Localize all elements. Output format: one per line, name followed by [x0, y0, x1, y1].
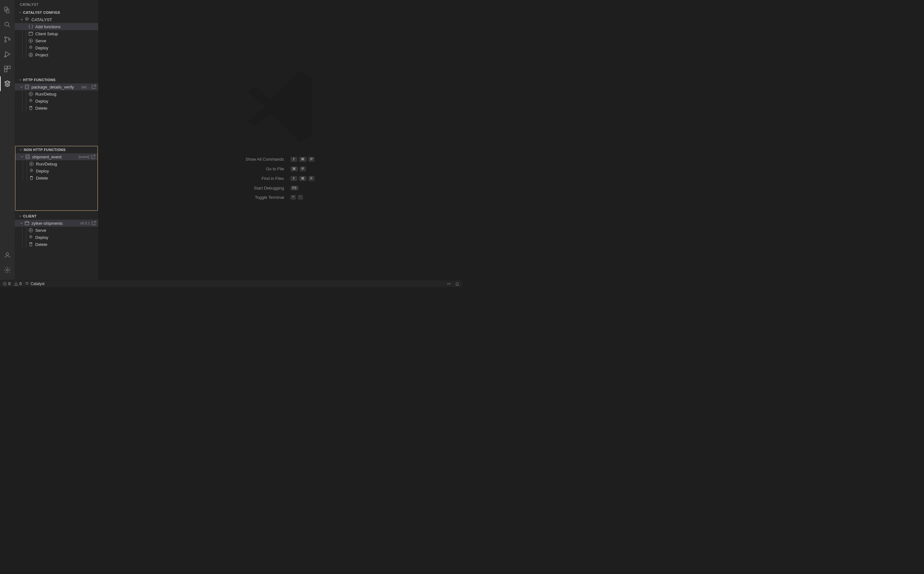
tree-label: Deploy [36, 169, 96, 173]
tree-label: Delete [35, 106, 96, 110]
tree-item-deploy[interactable]: Deploy [15, 98, 98, 104]
tree-item-deploy[interactable]: Deploy [15, 234, 98, 241]
settings-gear-icon[interactable] [0, 263, 15, 278]
status-errors[interactable]: 0 [3, 282, 11, 286]
status-warnings-count: 0 [20, 282, 22, 286]
status-catalyst[interactable]: Catalyst [25, 282, 44, 286]
sidebar: CATALYST CATALYST CONFIGS CATALYST [15, 0, 98, 280]
open-file-icon[interactable] [90, 154, 96, 159]
window-icon [28, 31, 33, 36]
stack-icon [25, 282, 29, 286]
error-icon [3, 282, 7, 286]
status-errors-count: 0 [8, 282, 11, 286]
tree-item-client-setup[interactable]: Client Setup [15, 30, 98, 37]
chevron-down-icon [19, 17, 24, 22]
tree-item-delete[interactable]: Delete [16, 175, 98, 181]
panel-title: CATALYST CONFIGS [23, 11, 60, 14]
status-bar: 0 0 Catalyst [0, 280, 462, 287]
tree-root-catalyst[interactable]: CATALYST [15, 16, 98, 23]
broadcast-icon [447, 282, 451, 286]
tree-label: Serve [35, 228, 96, 233]
tree-root-zylker[interactable]: zylker-shipments v0.0.1 [15, 220, 98, 227]
vscode-watermark-icon [235, 62, 325, 153]
tree-label: Serve [35, 38, 96, 43]
tree-item-project[interactable]: Project [15, 51, 98, 58]
tree-meta: [ad… [82, 85, 90, 89]
svg-rect-31 [25, 222, 29, 225]
sidebar-title: CATALYST [15, 0, 98, 9]
svg-point-13 [6, 269, 8, 271]
status-catalyst-label: Catalyst [30, 282, 44, 286]
svg-point-22 [29, 92, 33, 96]
braces-icon [28, 24, 33, 29]
svg-rect-11 [5, 69, 7, 72]
tree-label: package_details_verify [32, 85, 80, 90]
panel-header-http[interactable]: HTTP FUNCTIONS [15, 76, 98, 84]
panel-non-http-functions: NON HTTP FUNCTIONS shipment_event [event… [15, 146, 98, 211]
svg-marker-34 [30, 229, 32, 231]
shortcut-keys: F5 [291, 186, 314, 191]
braces-file-icon [25, 154, 30, 159]
svg-rect-14 [29, 32, 33, 36]
explorer-icon[interactable] [0, 3, 15, 17]
tree-label: shipment_event [32, 155, 77, 159]
svg-line-3 [8, 26, 10, 27]
svg-marker-28 [31, 163, 32, 164]
svg-rect-21 [25, 85, 29, 89]
shortcut-keys: ⇧⌘F [291, 176, 314, 181]
panel-title: HTTP FUNCTIONS [23, 78, 55, 82]
shortcut-label: Show All Commands [245, 157, 284, 162]
svg-point-24 [30, 100, 31, 101]
catalyst-ext-icon[interactable] [0, 76, 15, 91]
run-debug-icon[interactable] [0, 47, 15, 62]
status-warnings[interactable]: 0 [14, 282, 22, 286]
search-icon[interactable] [0, 17, 15, 32]
shortcuts-list: Show All Commands ⇧⌘P Go to File ⌘P Find… [245, 157, 314, 200]
extensions-icon[interactable] [0, 62, 15, 76]
status-feedback[interactable] [447, 282, 451, 286]
tree-item-delete[interactable]: Delete [15, 241, 98, 248]
tree-item-serve[interactable]: Serve [15, 37, 98, 44]
tree-item-delete[interactable]: Delete [15, 104, 98, 112]
tree-item-deploy[interactable]: Deploy [16, 167, 98, 175]
shortcut-keys: ⌘P [291, 166, 314, 172]
panel-header-nonhttp[interactable]: NON HTTP FUNCTIONS [16, 146, 98, 153]
tree-item-run-debug[interactable]: Run/Debug [15, 90, 98, 98]
svg-point-12 [6, 253, 9, 255]
svg-rect-36 [30, 243, 32, 246]
svg-marker-23 [30, 93, 32, 95]
tree-label: Deploy [35, 99, 96, 104]
panel-client: CLIENT zylker-shipments v0.0.1 Serve [15, 213, 98, 248]
tree-item-deploy[interactable]: Deploy [15, 44, 98, 51]
panel-header-client[interactable]: CLIENT [15, 213, 98, 220]
open-file-icon[interactable] [91, 221, 96, 226]
stack-icon [24, 17, 30, 22]
tree-root-shipment-event[interactable]: shipment_event [event] [16, 153, 98, 160]
open-file-icon[interactable] [91, 84, 96, 90]
tree-item-add-functions[interactable]: Add functions [15, 23, 98, 30]
tree-label: Add functions [35, 24, 96, 29]
trash-icon [28, 106, 33, 110]
svg-point-4 [5, 37, 6, 38]
trash-icon [28, 242, 33, 247]
svg-point-41 [16, 285, 16, 285]
panel-catalyst-configs: CATALYST CONFIGS CATALYST Add functions [15, 9, 98, 76]
source-control-icon[interactable] [0, 32, 15, 47]
chevron-down-icon [18, 10, 22, 15]
svg-marker-17 [30, 40, 32, 41]
svg-point-20 [30, 54, 32, 55]
shortcut-keys: ^` [291, 195, 314, 200]
tree-item-run-debug[interactable]: Run/Debug [16, 160, 98, 167]
tree-item-serve[interactable]: Serve [15, 227, 98, 234]
svg-rect-26 [26, 155, 30, 159]
window-icon [24, 221, 30, 226]
status-notifications[interactable] [455, 282, 460, 286]
tree-root-package-details[interactable]: package_details_verify [ad… [15, 84, 98, 90]
panel-header-configs[interactable]: CATALYST CONFIGS [15, 9, 98, 16]
play-circle-icon [28, 228, 33, 233]
chevron-down-icon [20, 155, 24, 159]
svg-rect-25 [30, 107, 32, 110]
svg-point-2 [5, 22, 9, 26]
svg-point-33 [29, 228, 33, 232]
accounts-icon[interactable] [0, 248, 15, 263]
